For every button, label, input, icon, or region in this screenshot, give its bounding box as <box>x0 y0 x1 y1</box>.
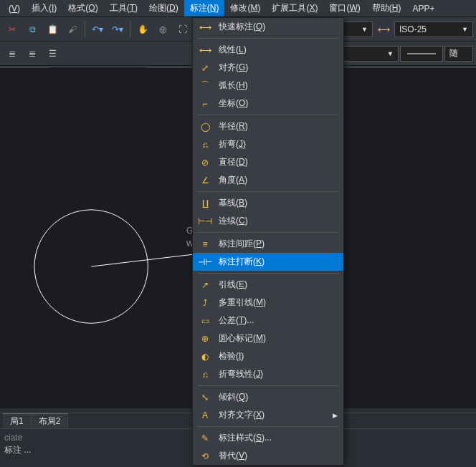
separator <box>197 38 339 39</box>
undo-button[interactable]: ↶▾ <box>88 20 107 39</box>
menu-tools[interactable]: 工具(T) <box>104 0 143 16</box>
cut-button[interactable]: ✂ <box>3 20 22 39</box>
tolerance-icon: ▭ <box>199 314 211 327</box>
linetype-combo[interactable]: 随 <box>444 46 473 62</box>
inspect-icon: ◐ <box>199 350 211 363</box>
dim-space-icon: ≡ <box>199 238 211 251</box>
linear-icon: ⟷ <box>199 44 211 57</box>
dim-break-icon: ⊣⊢ <box>199 256 211 269</box>
chevron-down-icon: ▼ <box>387 50 394 57</box>
linetype-label: 随 <box>449 47 458 59</box>
layer-btn3[interactable]: ☰ <box>43 44 62 63</box>
menu-dim-space[interactable]: ≡标注间距(P) <box>193 235 343 253</box>
layout-tab-1[interactable]: 局1 <box>3 413 32 429</box>
zoom-window-button[interactable]: ⛶ <box>173 20 192 39</box>
menu-override[interactable]: ⟲替代(V) <box>193 447 343 465</box>
menu-center-mark[interactable]: ⊕圆心标记(M) <box>193 329 343 347</box>
menu-extensions[interactable]: 扩展工具(X) <box>266 0 323 16</box>
menu-item[interactable]: (V) <box>3 1 26 16</box>
scissors-icon: ✂ <box>9 24 16 34</box>
layer-icon: ≣ <box>9 49 16 59</box>
dim-linear-icon: ⟷ <box>378 24 390 34</box>
menu-inspect[interactable]: ◐检验(I) <box>193 347 343 365</box>
layer-icon: ≣ <box>29 49 36 59</box>
pan-button[interactable]: ✋ <box>133 20 152 39</box>
match-button[interactable]: 🖌 <box>63 20 82 39</box>
menu-ordinate[interactable]: ⌐坐标(O) <box>193 95 343 112</box>
separator <box>197 115 339 115</box>
separator <box>130 21 130 37</box>
menu-dimension[interactable]: 标注(N) <box>184 0 225 16</box>
hand-icon: ✋ <box>138 24 148 34</box>
separator <box>197 232 339 233</box>
menu-format[interactable]: 格式(O) <box>62 0 103 16</box>
clipboard-icon: 📋 <box>47 24 58 34</box>
menu-arc[interactable]: ⌒弧长(H) <box>193 77 343 95</box>
zoom-window-icon: ⛶ <box>178 24 187 34</box>
menu-aligned[interactable]: ⤢对齐(G) <box>193 59 343 77</box>
menu-dim-style[interactable]: ✎标注样式(S)... <box>193 429 343 447</box>
dim-style-icon: ✎ <box>199 432 211 445</box>
menu-jogged-linear[interactable]: ⎌折弯线性(J) <box>193 365 343 383</box>
chevron-down-icon: ▼ <box>462 26 468 33</box>
jogged-icon: ⎌ <box>199 138 211 151</box>
layer-icon: ☰ <box>49 49 57 59</box>
redo-icon: ↷▾ <box>112 24 123 34</box>
menu-window[interactable]: 窗口(W) <box>323 0 366 16</box>
menu-insert[interactable]: 插入(I) <box>26 0 62 16</box>
menu-continue[interactable]: ⊢⊣连续(C) <box>193 212 343 230</box>
chevron-down-icon: ▼ <box>361 26 368 33</box>
menu-draw[interactable]: 绘图(D) <box>143 0 184 16</box>
radius-icon: ◯ <box>199 120 211 133</box>
menu-baseline[interactable]: ∐基线(B) <box>193 194 343 212</box>
menu-radius[interactable]: ◯半径(R) <box>193 117 343 135</box>
menu-jogged[interactable]: ⎌折弯(J) <box>193 135 343 153</box>
dim-style-label: ISO-25 <box>399 24 427 34</box>
mleader-icon: ⤴ <box>199 297 211 309</box>
arc-icon: ⌒ <box>199 80 211 92</box>
menu-oblique[interactable]: ⤡倾斜(Q) <box>193 388 343 406</box>
menu-dim-break[interactable]: ⊣⊢标注打断(K) <box>193 253 343 271</box>
baseline-icon: ∐ <box>199 197 211 210</box>
quick-dim-icon: ⟷ <box>199 21 211 34</box>
override-icon: ⟲ <box>199 450 211 463</box>
line-entity[interactable] <box>91 254 193 266</box>
undo-icon: ↶▾ <box>92 24 103 34</box>
menu-app[interactable]: APP+ <box>406 1 440 16</box>
oblique-icon: ⤡ <box>199 391 211 404</box>
copy-button[interactable]: ⧉ <box>23 20 42 39</box>
aligned-icon: ⤢ <box>199 62 211 74</box>
menu-mleader[interactable]: ⤴多重引线(M) <box>193 294 343 312</box>
menu-tolerance[interactable]: ▭公差(T)... <box>193 312 343 329</box>
submenu-arrow-icon: ▶ <box>333 412 338 419</box>
separator <box>197 426 339 427</box>
linetype-preview[interactable] <box>400 46 443 62</box>
center-mark-icon: ⊕ <box>199 332 211 345</box>
zoom-icon: ◎ <box>159 24 166 34</box>
diameter-icon: ⊘ <box>199 156 211 169</box>
separator <box>85 21 85 37</box>
menu-angular[interactable]: ∠角度(A) <box>193 171 343 189</box>
menu-diameter[interactable]: ⊘直径(D) <box>193 153 343 171</box>
layer-btn[interactable]: ≣ <box>3 44 22 63</box>
menu-linear[interactable]: ⟷线性(L) <box>193 41 343 59</box>
menu-quick-dim[interactable]: ⟷快速标注(Q) <box>193 18 343 36</box>
menubar: (V) 插入(I) 格式(O) 工具(T) 绘图(D) 标注(N) 修改(M) … <box>0 0 476 17</box>
menu-modify[interactable]: 修改(M) <box>224 0 266 16</box>
menu-align-text[interactable]: A对齐文字(X)▶ <box>193 406 343 424</box>
redo-button[interactable]: ↷▾ <box>108 20 127 39</box>
copy-icon: ⧉ <box>29 24 36 34</box>
menu-help[interactable]: 帮助(H) <box>366 0 407 16</box>
brush-icon: 🖌 <box>68 24 77 34</box>
separator <box>197 385 339 386</box>
dimension-menu: ⟷快速标注(Q) ⟷线性(L) ⤢对齐(G) ⌒弧长(H) ⌐坐标(O) ◯半径… <box>192 17 344 466</box>
dim-linear-button[interactable]: ⟷ <box>374 20 393 39</box>
paste-button[interactable]: 📋 <box>43 20 62 39</box>
layer-btn2[interactable]: ≣ <box>23 44 42 63</box>
jogged-linear-icon: ⎌ <box>199 368 211 381</box>
menu-leader[interactable]: ↗引线(E) <box>193 276 343 294</box>
dim-style-combo[interactable]: ISO-25▼ <box>394 21 473 37</box>
layout-tab-2[interactable]: 布局2 <box>32 413 69 429</box>
leader-icon: ↗ <box>199 279 211 292</box>
zoom-button[interactable]: ◎ <box>153 20 172 39</box>
